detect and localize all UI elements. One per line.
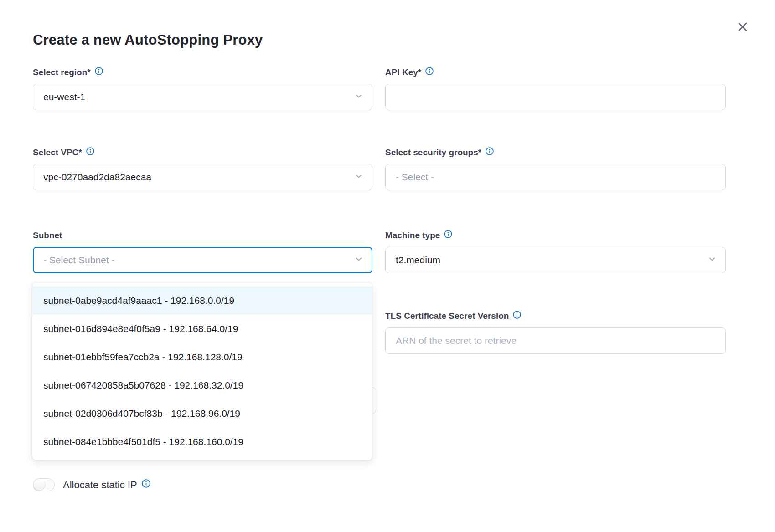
subnet-option[interactable]: subnet-084e1bbbe4f501df5 - 192.168.160.0… [32, 428, 372, 456]
region-label: Select region* [33, 67, 372, 77]
info-icon[interactable] [486, 147, 494, 155]
api-key-label: API Key* [385, 67, 726, 77]
region-field: Select region* eu-west-1 [33, 67, 372, 110]
api-key-input[interactable] [385, 84, 726, 110]
vpc-field: Select VPC* vpc-0270aad2da82aecaa [33, 148, 372, 190]
machine-type-select-value: t2.medium [396, 255, 440, 266]
security-groups-label: Select security groups* [385, 148, 726, 158]
info-icon[interactable] [425, 67, 434, 75]
vpc-select-value: vpc-0270aad2da82aecaa [43, 172, 151, 183]
info-icon[interactable] [86, 147, 94, 155]
chevron-down-icon [355, 172, 363, 183]
info-icon[interactable] [444, 230, 452, 238]
chevron-down-icon [708, 255, 716, 266]
tls-secret-label: TLS Certificate Secret Version [385, 311, 726, 321]
subnet-option[interactable]: subnet-0abe9acd4af9aaac1 - 192.168.0.0/1… [32, 286, 372, 315]
info-icon[interactable] [142, 479, 150, 488]
security-groups-placeholder: - Select - [396, 172, 434, 183]
close-icon[interactable] [735, 20, 750, 34]
tls-secret-input[interactable] [385, 327, 726, 354]
subnet-select-placeholder: - Select Subnet - [43, 255, 114, 266]
vpc-select[interactable]: vpc-0270aad2da82aecaa [33, 164, 372, 190]
page-title: Create a new AutoStopping Proxy [33, 32, 263, 48]
info-icon[interactable] [513, 311, 521, 319]
machine-type-select[interactable]: t2.medium [385, 247, 726, 273]
subnet-label: Subnet [33, 230, 372, 240]
toggle-knob [34, 479, 45, 490]
machine-type-label: Machine type [385, 230, 726, 240]
machine-type-field: Machine type t2.medium [385, 230, 726, 273]
chevron-down-icon [355, 92, 363, 102]
subnet-option[interactable]: subnet-01ebbf59fea7ccb2a - 192.168.128.0… [32, 343, 372, 371]
subnet-option[interactable]: subnet-067420858a5b07628 - 192.168.32.0/… [32, 371, 372, 399]
vpc-label: Select VPC* [33, 148, 372, 158]
subnet-dropdown-menu: subnet-0abe9acd4af9aaac1 - 192.168.0.0/1… [32, 282, 372, 460]
api-key-field: API Key* [385, 67, 726, 110]
allocate-static-ip-label: Allocate static IP [63, 479, 150, 491]
allocate-static-ip-toggle[interactable] [33, 478, 55, 491]
chevron-down-icon [355, 255, 363, 266]
security-groups-field: Select security groups* - Select - [385, 148, 726, 190]
subnet-option[interactable]: subnet-02d0306d407bcf83b - 192.168.96.0/… [32, 399, 372, 428]
subnet-select[interactable]: - Select Subnet - [33, 247, 372, 273]
tls-secret-field: TLS Certificate Secret Version [385, 311, 726, 354]
info-icon[interactable] [95, 67, 103, 75]
region-select[interactable]: eu-west-1 [33, 84, 372, 110]
subnet-field: Subnet - Select Subnet - [33, 230, 372, 273]
region-select-value: eu-west-1 [43, 92, 85, 102]
create-autostopping-proxy-dialog: Create a new AutoStopping Proxy Select r… [0, 0, 775, 532]
security-groups-select[interactable]: - Select - [385, 164, 726, 190]
allocate-static-ip-row: Allocate static IP [33, 478, 150, 491]
subnet-option[interactable]: subnet-016d894e8e4f0f5a9 - 192.168.64.0/… [32, 315, 372, 343]
